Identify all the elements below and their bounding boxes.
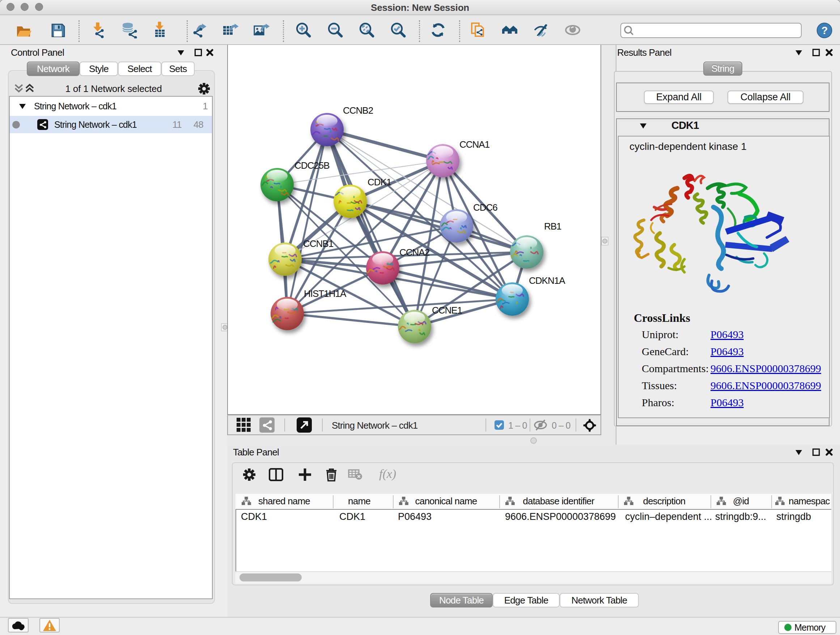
- svg-text:CCNA2: CCNA2: [399, 247, 430, 258]
- svg-text:CCNB1: CCNB1: [303, 238, 333, 249]
- svg-text:CCNA1: CCNA1: [459, 139, 490, 150]
- svg-text:RB1: RB1: [544, 221, 561, 232]
- svg-text:CDC6: CDC6: [473, 202, 497, 213]
- svg-text:CDC25B: CDC25B: [294, 160, 330, 171]
- svg-text:HIST1H1A: HIST1H1A: [304, 288, 347, 299]
- svg-text:?: ?: [821, 25, 828, 36]
- svg-text:CCNE1: CCNE1: [432, 305, 462, 316]
- svg-text:CDK1: CDK1: [368, 177, 392, 187]
- svg-text:CCNB2: CCNB2: [343, 105, 373, 116]
- svg-text:CDKN1A: CDKN1A: [529, 275, 565, 286]
